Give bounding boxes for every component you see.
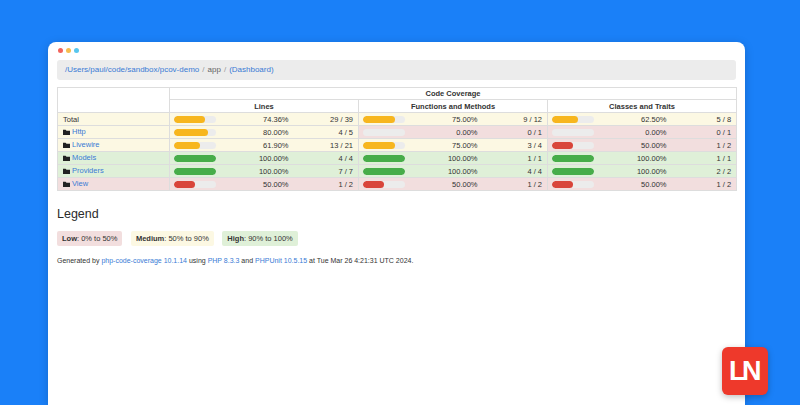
- lines-percent: 74.36%: [218, 113, 294, 126]
- functions-bar-cell: [359, 165, 407, 178]
- folder-icon: [63, 154, 70, 163]
- classes-percent: 62.50%: [596, 113, 672, 126]
- classes-percent: 50.00%: [596, 139, 672, 152]
- lines-percent: 50.00%: [218, 178, 294, 191]
- lines-ratio: 13 / 21: [294, 139, 359, 152]
- lines-bar-cell: [170, 178, 218, 191]
- generated-suffix: at Tue Mar 26 4:21:31 UTC 2024.: [307, 257, 413, 264]
- progress-bar: [174, 129, 216, 136]
- classes-ratio: 1 / 2: [672, 139, 737, 152]
- lines-percent: 80.00%: [218, 126, 294, 139]
- progress-bar: [552, 181, 594, 188]
- functions-bar-cell: [359, 113, 407, 126]
- legend-medium-label: Medium: [136, 234, 164, 243]
- classes-ratio: 1 / 2: [672, 178, 737, 191]
- expand-window-icon[interactable]: [74, 48, 79, 53]
- table-row: Total 74.36% 29 / 39 75.00% 9 / 12 62.50…: [58, 113, 737, 126]
- classes-ratio: 5 / 8: [672, 113, 737, 126]
- directory-link[interactable]: Providers: [72, 166, 104, 175]
- functions-ratio: 0 / 1: [483, 126, 548, 139]
- breadcrumb-root-link[interactable]: /Users/paul/code/sandbox/pcov-demo: [65, 65, 199, 74]
- directory-link[interactable]: View: [72, 179, 88, 188]
- directory-link[interactable]: Models: [72, 153, 96, 162]
- generated-by-line: Generated by php-code-coverage 10.1.14 u…: [57, 257, 745, 264]
- row-name-cell: Providers: [58, 165, 170, 178]
- lines-percent: 61.90%: [218, 139, 294, 152]
- progress-bar: [552, 116, 594, 123]
- lines-ratio: 29 / 39: [294, 113, 359, 126]
- functions-percent: 75.00%: [407, 113, 483, 126]
- classes-percent: 0.00%: [596, 126, 672, 139]
- row-name-cell: Models: [58, 152, 170, 165]
- php-link[interactable]: PHP 8.3.3: [208, 257, 240, 264]
- folder-icon: [63, 141, 70, 150]
- lines-bar-cell: [170, 126, 218, 139]
- row-name-cell: Livewire: [58, 139, 170, 152]
- classes-column-header: Classes and Traits: [548, 100, 737, 113]
- table-row: Livewire 61.90% 13 / 21 75.00% 3 / 4 50.…: [58, 139, 737, 152]
- breadcrumb-dashboard-link[interactable]: (Dashboard): [229, 65, 273, 74]
- name-column-header: [58, 88, 170, 113]
- classes-ratio: 2 / 2: [672, 165, 737, 178]
- breadcrumb-separator: /: [202, 65, 204, 74]
- close-window-icon[interactable]: [58, 48, 63, 53]
- table-row: Http 80.00% 4 / 5 0.00% 0 / 1 0.00% 0 / …: [58, 126, 737, 139]
- functions-percent: 0.00%: [407, 126, 483, 139]
- functions-bar-cell: [359, 126, 407, 139]
- legend-high-label: High: [227, 234, 244, 243]
- functions-percent: 50.00%: [407, 178, 483, 191]
- lines-column-header: Lines: [170, 100, 359, 113]
- functions-ratio: 3 / 4: [483, 139, 548, 152]
- progress-bar: [363, 168, 405, 175]
- classes-bar-cell: [548, 178, 596, 191]
- progress-bar: [174, 168, 216, 175]
- classes-bar-cell: [548, 139, 596, 152]
- progress-bar: [363, 116, 405, 123]
- progress-bar: [552, 142, 594, 149]
- functions-ratio: 1 / 1: [483, 152, 548, 165]
- progress-bar: [174, 142, 216, 149]
- progress-bar: [552, 155, 594, 162]
- classes-bar-cell: [548, 126, 596, 139]
- code-coverage-header: Code Coverage: [170, 88, 737, 100]
- table-row: View 50.00% 1 / 2 50.00% 1 / 2 50.00% 1 …: [58, 178, 737, 191]
- lines-bar-cell: [170, 165, 218, 178]
- folder-icon: [63, 128, 70, 137]
- functions-percent: 100.00%: [407, 152, 483, 165]
- functions-bar-cell: [359, 178, 407, 191]
- php-code-coverage-link[interactable]: php-code-coverage 10.1.14: [101, 257, 187, 264]
- table-row: Providers 100.00% 7 / 7 100.00% 4 / 4 10…: [58, 165, 737, 178]
- generated-and: and: [239, 257, 255, 264]
- legend-high-range: : 90% to 100%: [244, 234, 293, 243]
- laravel-news-logo: LN: [722, 347, 768, 395]
- classes-bar-cell: [548, 152, 596, 165]
- row-name-cell: Total: [58, 113, 170, 126]
- table-row: Models 100.00% 4 / 4 100.00% 1 / 1 100.0…: [58, 152, 737, 165]
- phpunit-link[interactable]: PHPUnit 10.5.15: [255, 257, 307, 264]
- functions-bar-cell: [359, 152, 407, 165]
- lines-ratio: 7 / 7: [294, 165, 359, 178]
- directory-link[interactable]: Http: [72, 127, 86, 136]
- legend-heading: Legend: [57, 207, 745, 221]
- legend-medium-badge: Medium: 50% to 90%: [131, 231, 214, 246]
- progress-bar: [363, 129, 405, 136]
- legend-badges: Low: 0% to 50% Medium: 50% to 90% High: …: [57, 227, 745, 246]
- minimize-window-icon[interactable]: [66, 48, 71, 53]
- directory-link[interactable]: Livewire: [72, 140, 100, 149]
- progress-bar: [174, 116, 216, 123]
- window-titlebar: [48, 42, 745, 58]
- browser-window: /Users/paul/code/sandbox/pcov-demo/app/(…: [48, 42, 745, 405]
- classes-ratio: 1 / 1: [672, 152, 737, 165]
- generated-using: using: [187, 257, 208, 264]
- functions-ratio: 9 / 12: [483, 113, 548, 126]
- lines-percent: 100.00%: [218, 152, 294, 165]
- legend-low-badge: Low: 0% to 50%: [57, 231, 122, 246]
- progress-bar: [552, 168, 594, 175]
- total-row-label: Total: [63, 115, 79, 124]
- legend-medium-range: : 50% to 90%: [164, 234, 209, 243]
- functions-bar-cell: [359, 139, 407, 152]
- lines-percent: 100.00%: [218, 165, 294, 178]
- functions-ratio: 4 / 4: [483, 165, 548, 178]
- classes-bar-cell: [548, 113, 596, 126]
- progress-bar: [363, 155, 405, 162]
